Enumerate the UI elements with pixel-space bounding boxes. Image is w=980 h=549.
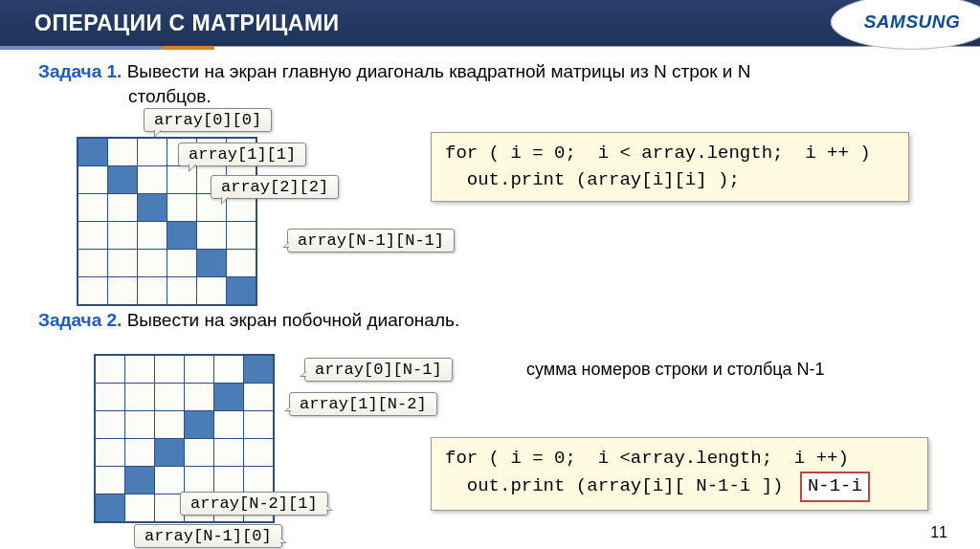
task2-highlight: N-1-i — [800, 472, 870, 502]
task1-code-block: for ( i = 0; i < array.length; i ++ ) ou… — [431, 132, 909, 202]
slide-header: ОПЕРАЦИИ С МАТРИЦАМИ SAMSUNG — [0, 0, 980, 46]
task2-heading: Задача 2. Вывести на экран побочной диаг… — [38, 308, 953, 333]
callout-array-0-0: array[0][0] — [144, 108, 272, 132]
task2-text: Вывести на экран побочной диагональ. — [122, 310, 459, 330]
logo-area: SAMSUNG — [827, 0, 980, 46]
callout-array-n2-1: array[N-2][1] — [180, 492, 328, 516]
callout-array-1-n2: array[1][N-2] — [289, 392, 437, 416]
samsung-logo: SAMSUNG — [831, 0, 980, 50]
task1-label: Задача 1. — [38, 61, 122, 81]
callout-array-0-n1: array[0][N-1] — [304, 358, 453, 382]
task2-diagram-area: array[0][N-1] array[1][N-2] array[N-2][1… — [38, 337, 953, 545]
task2-label: Задача 2. — [38, 310, 122, 330]
callout-array-2-2: array[2][2] — [211, 175, 339, 199]
slide-title: ОПЕРАЦИИ С МАТРИЦАМИ — [34, 11, 340, 36]
callout-array-n1-n1: array[N-1][N-1] — [287, 229, 455, 253]
task1-diagram-area: array[0][0] array[1][1] array[2][2] arra… — [38, 108, 953, 304]
slide-content: Задача 1. Вывести на экран главную диаго… — [0, 50, 980, 545]
divider-segment-line — [214, 46, 980, 47]
task1-text-line1: Вывести на экран главную диагональ квадр… — [122, 61, 750, 81]
task2-code-block: for ( i = 0; i <array.length; i ++) out.… — [431, 437, 928, 511]
callout-array-1-1: array[1][1] — [178, 143, 306, 166]
task1-text-line2: столбцов. — [38, 84, 953, 109]
callout-array-n1-0: array[N-1][0] — [134, 524, 282, 548]
task2-note: сумма номеров строки и столбца N-1 — [526, 360, 825, 380]
task1-heading: Задача 1. Вывести на экран главную диаго… — [38, 59, 953, 84]
logo-text: SAMSUNG — [864, 11, 961, 33]
task2-code-text: for ( i = 0; i <array.length; i ++) out.… — [445, 448, 849, 497]
page-number: 11 — [930, 524, 947, 541]
